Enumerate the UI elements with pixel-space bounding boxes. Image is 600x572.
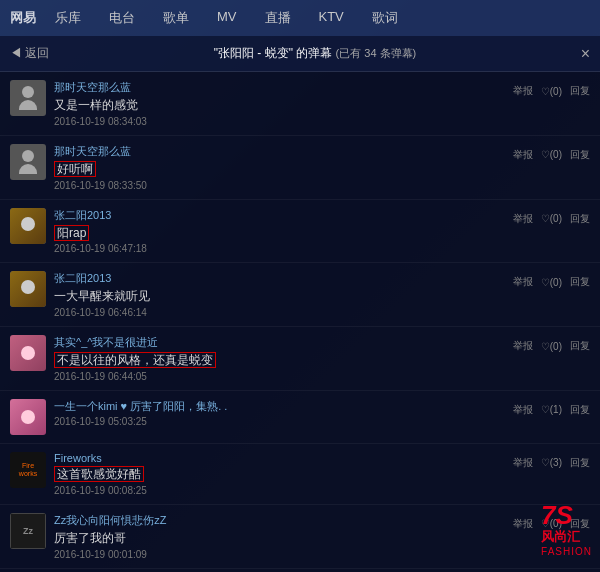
like-button[interactable]: ♡(0) (541, 213, 562, 224)
reply-button[interactable]: 回复 (570, 403, 590, 417)
nav-item-live[interactable]: 直播 (261, 9, 295, 27)
nav-item-mv[interactable]: MV (213, 9, 241, 27)
comment-body: Fireworks这首歌感觉好酷2016-10-19 00:08:25 (54, 452, 505, 496)
comment-actions: 举报♡(0)回复 (513, 513, 590, 531)
avatar (10, 271, 46, 307)
comment-username[interactable]: Zz我心向阳何惧悲伤zZ (54, 513, 505, 528)
nav-item-library[interactable]: 乐库 (51, 9, 85, 27)
comment-body: 一生一个kimi ♥ 厉害了阳阳，集熟. .2016-10-19 05:03:2… (54, 399, 505, 427)
comment-text: 不是以往的风格，还真是蜕变 (54, 352, 505, 369)
comment-body: Zz我心向阳何惧悲伤zZ厉害了我的哥2016-10-19 00:01:09 (54, 513, 505, 560)
comment-text: 又是一样的感觉 (54, 97, 505, 114)
comment-actions: 举报♡(0)回复 (513, 144, 590, 162)
comment-list[interactable]: 那时天空那么蓝又是一样的感觉2016-10-19 08:34:03举报♡(0)回… (0, 72, 600, 572)
panel-title: "张阳阳 - 蜕变" 的弹幕 (已有 34 条弹幕) (49, 45, 580, 62)
comment-item: 张二阳2013一大早醒来就听见2016-10-19 06:46:14举报♡(0)… (0, 263, 600, 327)
nav-items: 乐库 电台 歌单 MV 直播 KTV 歌词 (51, 9, 402, 27)
comment-username[interactable]: 一生一个kimi ♥ 厉害了阳阳，集熟. . (54, 399, 505, 414)
comment-actions: 举报♡(1)回复 (513, 399, 590, 417)
comment-item: 那时天空那么蓝好听啊2016-10-19 08:33:50举报♡(0)回复 (0, 136, 600, 200)
reply-button[interactable]: 回复 (570, 84, 590, 98)
comment-item: ZzZz我心向阳何惧悲伤zZ要单曲循环循环循环2016-10-19 00:00:… (0, 569, 600, 572)
comment-body: 张二阳2013阳rap2016-10-19 06:47:18 (54, 208, 505, 255)
avatar (10, 144, 46, 180)
comment-text: 一大早醒来就听见 (54, 288, 505, 305)
comment-actions: 举报♡(3)回复 (513, 452, 590, 470)
report-button[interactable]: 举报 (513, 339, 533, 353)
comment-body: 那时天空那么蓝又是一样的感觉2016-10-19 08:34:03 (54, 80, 505, 127)
comment-body: 其实^_^我不是很进近不是以往的风格，还真是蜕变2016-10-19 06:44… (54, 335, 505, 382)
nav-item-radio[interactable]: 电台 (105, 9, 139, 27)
nav-item-ktv[interactable]: KTV (315, 9, 348, 27)
reply-button[interactable]: 回复 (570, 339, 590, 353)
comment-panel: ◀ 返回 "张阳阳 - 蜕变" 的弹幕 (已有 34 条弹幕) × 那时天空那么… (0, 36, 600, 572)
report-button[interactable]: 举报 (513, 275, 533, 289)
reply-button[interactable]: 回复 (570, 517, 590, 531)
like-button[interactable]: ♡(0) (541, 341, 562, 352)
report-button[interactable]: 举报 (513, 403, 533, 417)
like-button[interactable]: ♡(1) (541, 404, 562, 415)
nav-item-lyrics[interactable]: 歌词 (368, 9, 402, 27)
avatar (10, 335, 46, 371)
comment-item: 那时天空那么蓝又是一样的感觉2016-10-19 08:34:03举报♡(0)回… (0, 72, 600, 136)
comment-actions: 举报♡(0)回复 (513, 271, 590, 289)
nav-item-playlist[interactable]: 歌单 (159, 9, 193, 27)
report-button[interactable]: 举报 (513, 517, 533, 531)
avatar: Zz (10, 513, 46, 549)
comment-time: 2016-10-19 06:47:18 (54, 243, 505, 254)
comment-text: 好听啊 (54, 161, 505, 178)
comment-body: 张二阳2013一大早醒来就听见2016-10-19 06:46:14 (54, 271, 505, 318)
top-navigation: 网易 乐库 电台 歌单 MV 直播 KTV 歌词 (0, 0, 600, 36)
comment-item: 其实^_^我不是很进近不是以往的风格，还真是蜕变2016-10-19 06:44… (0, 327, 600, 391)
avatar: Fireworks (10, 452, 46, 488)
like-button[interactable]: ♡(0) (541, 149, 562, 160)
like-button[interactable]: ♡(0) (541, 518, 562, 529)
report-button[interactable]: 举报 (513, 148, 533, 162)
reply-button[interactable]: 回复 (570, 275, 590, 289)
comment-time: 2016-10-19 05:03:25 (54, 416, 505, 427)
comment-actions: 举报♡(0)回复 (513, 208, 590, 226)
comment-username[interactable]: 那时天空那么蓝 (54, 144, 505, 159)
comment-item: 一生一个kimi ♥ 厉害了阳阳，集熟. .2016-10-19 05:03:2… (0, 391, 600, 444)
like-button[interactable]: ♡(3) (541, 457, 562, 468)
comment-item: 张二阳2013阳rap2016-10-19 06:47:18举报♡(0)回复 (0, 200, 600, 264)
report-button[interactable]: 举报 (513, 84, 533, 98)
comment-item: FireworksFireworks这首歌感觉好酷2016-10-19 00:0… (0, 444, 600, 505)
avatar (10, 80, 46, 116)
comment-text: 厉害了我的哥 (54, 530, 505, 547)
like-button[interactable]: ♡(0) (541, 277, 562, 288)
comment-username[interactable]: Fireworks (54, 452, 505, 464)
comment-username[interactable]: 张二阳2013 (54, 208, 505, 223)
report-button[interactable]: 举报 (513, 212, 533, 226)
comment-username[interactable]: 那时天空那么蓝 (54, 80, 505, 95)
back-button[interactable]: ◀ 返回 (10, 45, 49, 62)
comment-actions: 举报♡(0)回复 (513, 80, 590, 98)
like-button[interactable]: ♡(0) (541, 86, 562, 97)
comment-time: 2016-10-19 08:33:50 (54, 180, 505, 191)
reply-button[interactable]: 回复 (570, 456, 590, 470)
comment-time: 2016-10-19 00:01:09 (54, 549, 505, 560)
comment-time: 2016-10-19 06:46:14 (54, 307, 505, 318)
avatar (10, 208, 46, 244)
reply-button[interactable]: 回复 (570, 212, 590, 226)
comment-time: 2016-10-19 06:44:05 (54, 371, 505, 382)
comment-time: 2016-10-19 08:34:03 (54, 116, 505, 127)
panel-header: ◀ 返回 "张阳阳 - 蜕变" 的弹幕 (已有 34 条弹幕) × (0, 36, 600, 72)
comment-time: 2016-10-19 00:08:25 (54, 485, 505, 496)
close-button[interactable]: × (581, 45, 590, 63)
comment-username[interactable]: 其实^_^我不是很进近 (54, 335, 505, 350)
reply-button[interactable]: 回复 (570, 148, 590, 162)
comment-text: 这首歌感觉好酷 (54, 466, 505, 483)
avatar (10, 399, 46, 435)
panel-subtitle: (已有 34 条弹幕) (336, 47, 417, 59)
comment-text: 阳rap (54, 225, 505, 242)
report-button[interactable]: 举报 (513, 456, 533, 470)
comment-item: ZzZz我心向阳何惧悲伤zZ厉害了我的哥2016-10-19 00:01:09举… (0, 505, 600, 569)
modal-container: ◀ 返回 "张阳阳 - 蜕变" 的弹幕 (已有 34 条弹幕) × 那时天空那么… (0, 36, 600, 572)
comment-body: 那时天空那么蓝好听啊2016-10-19 08:33:50 (54, 144, 505, 191)
comment-username[interactable]: 张二阳2013 (54, 271, 505, 286)
comment-actions: 举报♡(0)回复 (513, 335, 590, 353)
nav-logo: 网易 (10, 9, 36, 27)
